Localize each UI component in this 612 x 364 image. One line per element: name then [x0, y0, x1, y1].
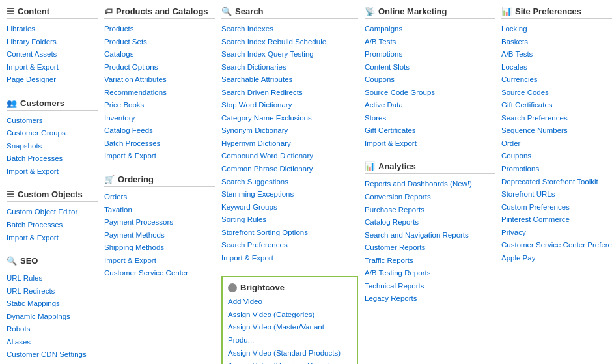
- link-promotions[interactable]: Promotions: [365, 48, 495, 61]
- link-sorting-rules[interactable]: Sorting Rules: [221, 214, 358, 227]
- link-legacy-reports[interactable]: Legacy Reports: [365, 292, 495, 305]
- link-price-books[interactable]: Price Books: [104, 99, 215, 112]
- link-search-preferences[interactable]: Search Preferences: [221, 239, 358, 252]
- link-pinterest-commerce[interactable]: Pinterest Commerce: [501, 214, 612, 227]
- link-search-preferences-sp[interactable]: Search Preferences: [501, 112, 612, 125]
- link-baskets[interactable]: Baskets: [501, 36, 612, 49]
- link-payment-processors[interactable]: Payment Processors: [104, 216, 215, 229]
- link-search-navigation-reports[interactable]: Search and Navigation Reports: [365, 229, 495, 242]
- link-recommendations[interactable]: Recommendations: [104, 87, 215, 100]
- link-customer-reports[interactable]: Customer Reports: [365, 242, 495, 255]
- link-assign-video-variation-group[interactable]: Assign Video (Variation Group): [228, 359, 352, 364]
- link-stemming-exceptions[interactable]: Stemming Exceptions: [221, 188, 358, 201]
- link-product-sets[interactable]: Product Sets: [104, 36, 215, 49]
- link-batch-processes-co[interactable]: Batch Processes: [7, 219, 98, 232]
- link-source-codes[interactable]: Source Codes: [501, 87, 612, 100]
- link-page-designer[interactable]: Page Designer: [7, 74, 98, 87]
- link-traffic-reports[interactable]: Traffic Reports: [365, 255, 495, 268]
- link-import-export-ordering[interactable]: Import & Export: [104, 255, 215, 268]
- link-sitemaps[interactable]: Sitemaps: [7, 361, 98, 364]
- link-content-slots[interactable]: Content Slots: [365, 61, 495, 74]
- link-conversion-reports[interactable]: Conversion Reports: [365, 191, 495, 204]
- link-static-mappings[interactable]: Static Mappings: [7, 298, 98, 311]
- link-coupons[interactable]: Coupons: [365, 74, 495, 87]
- link-source-code-groups[interactable]: Source Code Groups: [365, 87, 495, 100]
- link-assign-video-master[interactable]: Assign Video (Master/Variant Produ...: [228, 321, 352, 346]
- link-gift-certificates-sp[interactable]: Gift Certificates: [501, 99, 612, 112]
- link-add-video[interactable]: Add Video: [228, 296, 352, 309]
- link-import-export-pc[interactable]: Import & Export: [104, 150, 215, 163]
- link-category-name-exclusions[interactable]: Category Name Exclusions: [221, 112, 358, 125]
- link-url-redirects[interactable]: URL Redirects: [7, 285, 98, 298]
- link-url-rules[interactable]: URL Rules: [7, 272, 98, 285]
- link-ab-tests-sp[interactable]: A/B Tests: [501, 48, 612, 61]
- link-coupons-sp[interactable]: Coupons: [501, 150, 612, 163]
- link-compound-word-dictionary[interactable]: Compound Word Dictionary: [221, 150, 358, 163]
- link-aliases[interactable]: Aliases: [7, 336, 98, 349]
- link-deprecated-storefront-toolkit[interactable]: Deprecated Storefront Toolkit: [501, 176, 612, 189]
- link-technical-reports[interactable]: Technical Reports: [365, 280, 495, 293]
- link-hypernym-dictionary[interactable]: Hypernym Dictionary: [221, 137, 358, 150]
- link-customer-cdn-settings[interactable]: Customer CDN Settings: [7, 348, 98, 361]
- link-assign-video-categories[interactable]: Assign Video (Categories): [228, 309, 352, 322]
- link-product-options[interactable]: Product Options: [104, 61, 215, 74]
- link-products[interactable]: Products: [104, 23, 215, 36]
- link-catalog-feeds[interactable]: Catalog Feeds: [104, 124, 215, 137]
- link-ab-testing-reports[interactable]: A/B Testing Reports: [365, 267, 495, 280]
- link-gift-certificates-om[interactable]: Gift Certificates: [365, 124, 495, 137]
- link-purchase-reports[interactable]: Purchase Reports: [365, 204, 495, 217]
- link-libraries[interactable]: Libraries: [7, 23, 98, 36]
- link-customer-service-center[interactable]: Customer Service Center: [104, 267, 215, 280]
- link-search-indexes[interactable]: Search Indexes: [221, 23, 358, 36]
- link-snapshots[interactable]: Snapshots: [7, 140, 98, 153]
- link-order[interactable]: Order: [501, 137, 612, 150]
- link-customer-service-center-prefs[interactable]: Customer Service Center Preferences: [501, 239, 612, 252]
- link-storefront-sorting-options[interactable]: Storefront Sorting Options: [221, 227, 358, 240]
- link-synonym-dictionary[interactable]: Synonym Dictionary: [221, 124, 358, 137]
- link-locales[interactable]: Locales: [501, 61, 612, 74]
- link-customer-groups[interactable]: Customer Groups: [7, 127, 98, 140]
- link-import-export-om[interactable]: Import & Export: [365, 137, 495, 150]
- link-search-driven-redirects[interactable]: Search Driven Redirects: [221, 87, 358, 100]
- link-custom-preferences[interactable]: Custom Preferences: [501, 201, 612, 214]
- link-storefront-urls[interactable]: Storefront URLs: [501, 188, 612, 201]
- link-currencies[interactable]: Currencies: [501, 74, 612, 87]
- link-payment-methods[interactable]: Payment Methods: [104, 229, 215, 242]
- link-sequence-numbers[interactable]: Sequence Numbers: [501, 124, 612, 137]
- link-batch-processes-customers[interactable]: Batch Processes: [7, 152, 98, 165]
- link-import-export-search[interactable]: Import & Export: [221, 252, 358, 265]
- link-search-index-rebuild[interactable]: Search Index Rebuild Schedule: [221, 36, 358, 49]
- link-privacy[interactable]: Privacy: [501, 227, 612, 240]
- link-common-phrase-dictionary[interactable]: Common Phrase Dictionary: [221, 163, 358, 176]
- link-promotions-sp[interactable]: Promotions: [501, 163, 612, 176]
- link-variation-attributes[interactable]: Variation Attributes: [104, 74, 215, 87]
- link-library-folders[interactable]: Library Folders: [7, 36, 98, 49]
- link-stores[interactable]: Stores: [365, 112, 495, 125]
- link-import-export-co[interactable]: Import & Export: [7, 232, 98, 245]
- link-orders[interactable]: Orders: [104, 191, 215, 204]
- link-catalog-reports[interactable]: Catalog Reports: [365, 216, 495, 229]
- link-batch-processes-pc[interactable]: Batch Processes: [104, 137, 215, 150]
- link-dynamic-mappings[interactable]: Dynamic Mappings: [7, 311, 98, 324]
- link-search-dictionaries[interactable]: Search Dictionaries: [221, 61, 358, 74]
- link-search-index-query[interactable]: Search Index Query Testing: [221, 48, 358, 61]
- link-inventory[interactable]: Inventory: [104, 112, 215, 125]
- link-stop-word-dictionary[interactable]: Stop Word Dictionary: [221, 99, 358, 112]
- link-shipping-methods[interactable]: Shipping Methods: [104, 242, 215, 255]
- link-custom-object-editor[interactable]: Custom Object Editor: [7, 206, 98, 219]
- link-content-assets[interactable]: Content Assets: [7, 48, 98, 61]
- link-ab-tests-om[interactable]: A/B Tests: [365, 36, 495, 49]
- link-reports-dashboards[interactable]: Reports and Dashboards (New!): [365, 178, 495, 191]
- link-import-export-content[interactable]: Import & Export: [7, 61, 98, 74]
- link-taxation[interactable]: Taxation: [104, 204, 215, 217]
- link-catalogs[interactable]: Catalogs: [104, 48, 215, 61]
- link-searchable-attributes[interactable]: Searchable Attributes: [221, 74, 358, 87]
- link-import-export-customers[interactable]: Import & Export: [7, 165, 98, 178]
- link-apple-pay[interactable]: Apple Pay: [501, 252, 612, 265]
- link-keyword-groups[interactable]: Keyword Groups: [221, 201, 358, 214]
- link-active-data[interactable]: Active Data: [365, 99, 495, 112]
- link-campaigns[interactable]: Campaigns: [365, 23, 495, 36]
- link-search-suggestions[interactable]: Search Suggestions: [221, 176, 358, 189]
- link-robots[interactable]: Robots: [7, 323, 98, 336]
- link-customers[interactable]: Customers: [7, 115, 98, 128]
